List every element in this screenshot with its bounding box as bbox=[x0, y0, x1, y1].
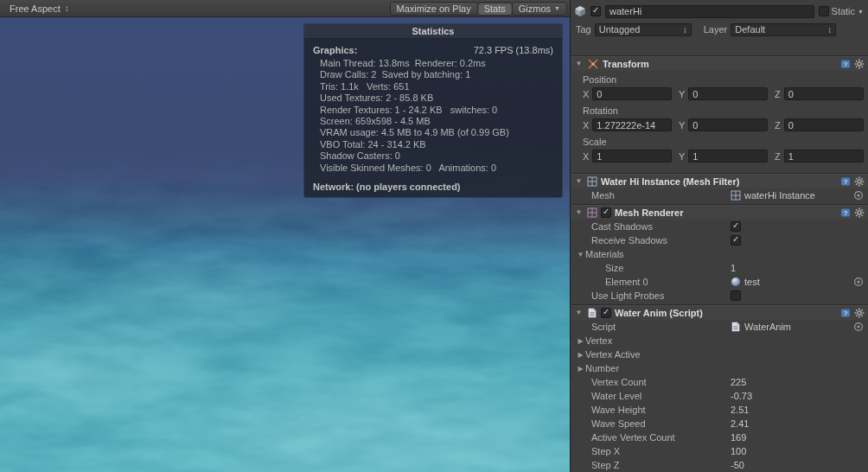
rotation-y-field[interactable] bbox=[688, 118, 768, 131]
gameobject-active-checkbox[interactable]: ✓ bbox=[590, 6, 601, 16]
property-value[interactable]: 100 bbox=[731, 446, 746, 456]
check-icon: ✓ bbox=[732, 234, 739, 245]
mesh-renderer-component-header[interactable]: ▼ ✓ Mesh Renderer ? bbox=[571, 204, 868, 220]
materials-element0-row: Element 0 test bbox=[571, 275, 868, 289]
help-icon[interactable]: ? bbox=[840, 207, 851, 218]
foldout-closed-icon[interactable]: ▶ bbox=[576, 337, 585, 345]
use-light-probes-checkbox[interactable] bbox=[731, 290, 741, 301]
maximize-on-play-button[interactable]: Maximize on Play bbox=[390, 2, 478, 16]
scale-y-field[interactable] bbox=[688, 150, 768, 163]
svg-text:?: ? bbox=[844, 178, 848, 186]
property-value[interactable]: 225 bbox=[731, 377, 746, 387]
scale-x-field[interactable] bbox=[592, 150, 672, 163]
property-value[interactable]: 169 bbox=[731, 432, 746, 443]
property-row: Vertex Count 225 bbox=[571, 375, 868, 389]
object-picker-icon[interactable] bbox=[853, 277, 864, 287]
cast-shadows-checkbox[interactable]: ✓ bbox=[731, 221, 741, 232]
water-anim-enabled-checkbox[interactable]: ✓ bbox=[601, 308, 611, 318]
gear-icon[interactable] bbox=[854, 308, 865, 318]
script-row: Script WaterAnim bbox=[571, 320, 868, 334]
mesh-renderer-enabled-checkbox[interactable]: ✓ bbox=[601, 207, 611, 218]
gear-icon[interactable] bbox=[854, 176, 865, 187]
static-checkbox[interactable] bbox=[819, 6, 829, 16]
updown-arrows-icon: ↕ bbox=[827, 25, 832, 35]
static-dropdown-icon[interactable]: ▼ bbox=[858, 9, 864, 15]
receive-shadows-checkbox[interactable]: ✓ bbox=[731, 235, 741, 246]
vertex-active-foldout[interactable]: ▶ Vertex Active bbox=[571, 348, 868, 361]
position-z-field[interactable] bbox=[784, 87, 864, 100]
property-row: Water Level -0.73 bbox=[571, 389, 868, 403]
foldout-closed-icon[interactable]: ▶ bbox=[576, 365, 585, 373]
gear-icon[interactable] bbox=[854, 207, 865, 218]
materials-size-value[interactable]: 1 bbox=[731, 263, 736, 273]
water-anim-component-header[interactable]: ▼ ✓ Water Anim (Script) ? bbox=[571, 304, 868, 320]
stats-line: Shadow Casters: 0 bbox=[313, 150, 553, 162]
stats-line: Main Thread: 13.8ms Renderer: 0.2ms bbox=[313, 58, 553, 69]
stats-line: VRAM usage: 4.5 MB to 4.9 MB (of 0.99 GB… bbox=[313, 127, 553, 138]
foldout-open-icon[interactable]: ▼ bbox=[574, 60, 584, 67]
layer-dropdown[interactable]: Default ↕ bbox=[731, 23, 836, 36]
foldout-open-icon[interactable]: ▼ bbox=[574, 208, 584, 216]
material-sphere-icon bbox=[731, 277, 741, 287]
foldout-open-icon[interactable]: ▼ bbox=[574, 309, 584, 316]
header-gap bbox=[571, 40, 868, 55]
gameobject-name-field[interactable] bbox=[605, 5, 814, 18]
rotation-label: Rotation bbox=[571, 104, 868, 117]
help-icon[interactable]: ? bbox=[840, 59, 851, 69]
game-view-toolbar: Free Aspect ↕ Maximize on Play Stats Giz… bbox=[0, 0, 570, 17]
object-picker-icon[interactable] bbox=[853, 190, 864, 201]
game-view-pane: Free Aspect ↕ Maximize on Play Stats Giz… bbox=[0, 0, 571, 472]
gear-icon[interactable] bbox=[854, 59, 865, 69]
property-row: Wave Speed 2.41 bbox=[571, 417, 868, 431]
stats-line: Used Textures: 2 - 85.8 KB bbox=[313, 92, 553, 104]
material-object-field[interactable]: test bbox=[731, 277, 864, 287]
tag-dropdown[interactable]: Untagged ↕ bbox=[595, 23, 692, 36]
materials-foldout[interactable]: ▼ Materials bbox=[571, 247, 868, 261]
property-value[interactable]: -50 bbox=[731, 460, 744, 470]
property-row: Active Vertex Count 169 bbox=[571, 431, 868, 444]
position-y-field[interactable] bbox=[688, 87, 768, 100]
mesh-icon bbox=[731, 190, 741, 201]
check-icon: ✓ bbox=[603, 307, 610, 317]
vertex-foldout[interactable]: ▶ Vertex bbox=[571, 334, 868, 348]
property-row: Step X 100 bbox=[571, 444, 868, 458]
gizmos-button[interactable]: Gizmos ▼ bbox=[512, 2, 567, 16]
layer-label: Layer bbox=[704, 24, 728, 35]
stats-line: Draw Calls: 2 Saved by batching: 1 bbox=[313, 69, 553, 80]
script-object-field[interactable]: WaterAnim bbox=[731, 322, 864, 332]
help-icon[interactable]: ? bbox=[840, 176, 851, 187]
scale-z-field[interactable] bbox=[784, 150, 864, 163]
foldout-closed-icon[interactable]: ▶ bbox=[576, 351, 585, 359]
aspect-ratio-dropdown[interactable]: Free Aspect ↕ bbox=[3, 1, 76, 16]
property-value[interactable]: 2.51 bbox=[731, 405, 749, 415]
stats-button[interactable]: Stats bbox=[477, 2, 513, 16]
rotation-z-field[interactable] bbox=[784, 118, 864, 131]
transform-icon bbox=[587, 58, 599, 70]
help-icon[interactable]: ? bbox=[840, 308, 851, 318]
game-viewport[interactable]: Statistics Graphics: 72.3 FPS (13.8ms) M… bbox=[0, 17, 570, 472]
number-foldout[interactable]: ▶ Number bbox=[571, 361, 868, 375]
mesh-filter-component-header[interactable]: ▼ Water Hi Instance (Mesh Filter) ? bbox=[571, 173, 868, 188]
foldout-open-icon[interactable]: ▼ bbox=[574, 177, 584, 185]
rotation-x-field[interactable] bbox=[592, 118, 672, 131]
unity-editor: Free Aspect ↕ Maximize on Play Stats Giz… bbox=[0, 0, 868, 472]
property-value[interactable]: -0.73 bbox=[731, 391, 752, 401]
component-title: Water Anim (Script) bbox=[615, 308, 837, 318]
scale-fields: X Y Z bbox=[571, 148, 868, 164]
graphics-label: Graphics: bbox=[313, 45, 357, 55]
script-icon bbox=[587, 308, 597, 318]
inspector-header: ✓ Static ▼ Tag Untagged ↕ Layer Default … bbox=[571, 0, 868, 40]
foldout-open-icon[interactable]: ▼ bbox=[576, 251, 585, 258]
position-x-field[interactable] bbox=[592, 87, 672, 100]
stats-line: Render Textures: 1 - 24.2 KB switches: 0 bbox=[313, 105, 553, 116]
property-value[interactable]: 2.41 bbox=[731, 418, 749, 429]
cast-shadows-row: Cast Shadows ✓ bbox=[571, 220, 868, 233]
chevron-down-icon: ▼ bbox=[554, 3, 560, 15]
object-picker-icon[interactable] bbox=[853, 322, 864, 332]
static-toggle[interactable]: Static ▼ bbox=[819, 6, 865, 16]
mesh-object-field[interactable]: waterHi Instance bbox=[731, 190, 864, 201]
scale-label: Scale bbox=[571, 135, 868, 148]
transform-component-header[interactable]: ▼ Transform ? bbox=[571, 55, 868, 71]
statistics-overlay: Statistics Graphics: 72.3 FPS (13.8ms) M… bbox=[304, 24, 562, 197]
component-title: Transform bbox=[603, 59, 837, 69]
